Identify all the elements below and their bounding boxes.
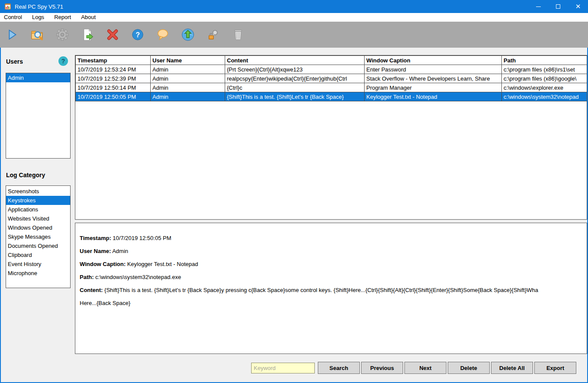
cell-path: c:\program files (x86)\google\ [502, 74, 588, 83]
cell-content: {Prt Screen}{Ctrl}{Alt}xqwe123 [225, 65, 365, 74]
menu-control[interactable]: Control [4, 13, 26, 22]
cell-user: Admin [151, 65, 225, 74]
export-report-button[interactable] [81, 28, 94, 42]
window-title: Real PC Spy V5.71 [15, 3, 528, 10]
online-update-button[interactable] [181, 28, 195, 42]
cell-user: Admin [151, 74, 225, 83]
menu-logs[interactable]: Logs [32, 13, 48, 22]
cell-timestamp: 10/7/2019 12:50:14 PM [76, 83, 151, 92]
detail-content: Content: {Shift}This is a test. {Shift}L… [80, 284, 582, 310]
cell-path: c:\program files (x86)\rs1\set [502, 65, 588, 74]
menu-bar: Control Logs Report About [0, 13, 588, 22]
category-clipboard[interactable]: Clipboard [6, 250, 70, 260]
category-keystrokes[interactable]: Keystrokes [6, 196, 70, 205]
detail-user-name: User Name: Admin [80, 245, 582, 258]
log-category-list[interactable]: Screenshots Keystrokes Applications Webs… [6, 185, 71, 288]
minimize-icon [536, 6, 541, 7]
play-icon [6, 28, 19, 41]
category-websites-visited[interactable]: Websites Visited [6, 214, 70, 223]
cell-caption: Enter Password [365, 65, 502, 74]
delete-button[interactable]: Delete [448, 362, 490, 374]
category-documents-opened[interactable]: Documents Opened [6, 241, 70, 250]
col-timestamp[interactable]: Timestamp [76, 56, 151, 65]
cell-content: realpcspy{Enter}wikipedia{Ctrl}{Enter}gi… [225, 74, 365, 83]
cell-caption: Keylogger Test.txt - Notepad [365, 92, 502, 101]
users-label: Users [6, 58, 23, 65]
cell-user: Admin [151, 83, 225, 92]
cell-timestamp: 10/7/2019 12:53:24 PM [76, 65, 151, 74]
title-bar: Real PC Spy V5.71 ✕ [0, 0, 588, 13]
previous-button[interactable]: Previous [361, 362, 403, 374]
log-row[interactable]: 10/7/2019 12:52:39 PM Admin realpcspy{En… [76, 74, 588, 83]
category-windows-opened[interactable]: Windows Opened [6, 223, 70, 232]
cell-content: {Shift}This is a test. {Shift}Let's tr {… [225, 92, 365, 101]
app-icon [4, 3, 11, 10]
run-button[interactable] [5, 28, 19, 42]
svg-text:?: ? [136, 31, 140, 39]
cell-user: Admin [151, 92, 225, 101]
view-logs-button[interactable] [30, 28, 44, 42]
cell-caption: Program Manager [365, 83, 502, 92]
col-window-caption[interactable]: Window Caption [365, 56, 502, 65]
detail-path: Path: c:\windows\system32\notepad.exe [80, 271, 582, 284]
cell-path: c:\windows\system32\notepad [502, 92, 588, 101]
delete-all-button[interactable]: Delete All [491, 362, 533, 374]
log-row[interactable]: 10/7/2019 12:50:14 PM Admin {Ctrl}c Prog… [76, 83, 588, 92]
next-button[interactable]: Next [404, 362, 446, 374]
category-screenshots[interactable]: Screenshots [6, 187, 70, 196]
detail-window-caption: Window Caption: Keylogger Test.txt - Not… [80, 258, 582, 271]
help-button[interactable]: ? [131, 28, 145, 42]
content-area: Users ? Admin Log Category Screenshots K… [1, 48, 587, 382]
cell-content: {Ctrl}c [225, 83, 365, 92]
settings-button[interactable] [55, 28, 69, 42]
col-path[interactable]: Path [502, 56, 588, 65]
cell-caption: Stack Overflow - Where Developers Learn,… [365, 74, 502, 83]
delete-log-button[interactable] [106, 28, 120, 42]
detail-timestamp: Timestamp: 10/7/2019 12:50:05 PM [80, 232, 582, 245]
document-export-icon [81, 28, 94, 41]
cell-timestamp: 10/7/2019 12:52:39 PM [76, 74, 151, 83]
log-header-row: Timestamp User Name Content Window Capti… [76, 56, 588, 65]
search-button[interactable]: Search [318, 362, 360, 374]
globe-upload-icon [181, 28, 195, 42]
log-detail-panel: Timestamp: 10/7/2019 12:50:05 PM User Na… [75, 223, 587, 354]
trash-icon [232, 29, 244, 41]
user-item-admin[interactable]: Admin [6, 73, 70, 82]
help-icon[interactable]: ? [58, 56, 68, 66]
category-microphone[interactable]: Microphone [6, 269, 70, 278]
speech-bubble-icon [156, 28, 169, 41]
toolbar: ? [0, 22, 588, 48]
category-applications[interactable]: Applications [6, 205, 70, 214]
register-button[interactable] [206, 28, 220, 42]
col-user-name[interactable]: User Name [151, 56, 225, 65]
log-table: Timestamp User Name Content Window Capti… [75, 55, 587, 220]
cell-path: c:\windows\explorer.exe [502, 83, 588, 92]
key-lock-icon [207, 28, 220, 41]
red-x-icon [106, 28, 119, 41]
menu-report[interactable]: Report [54, 13, 75, 22]
col-content[interactable]: Content [225, 56, 365, 65]
app-window: Real PC Spy V5.71 ✕ Control Logs Report … [0, 0, 588, 383]
close-button[interactable]: ✕ [568, 0, 588, 13]
question-icon: ? [131, 28, 144, 41]
feedback-button[interactable] [156, 28, 170, 42]
maximize-button[interactable] [548, 0, 568, 13]
category-skype-messages[interactable]: Skype Messages [6, 232, 70, 241]
keyword-input[interactable] [251, 363, 315, 373]
users-list[interactable]: Admin [6, 73, 71, 159]
log-category-label: Log Category [6, 172, 45, 179]
category-event-history[interactable]: Event History [6, 260, 70, 269]
log-row[interactable]: 10/7/2019 12:53:24 PM Admin {Prt Screen}… [76, 65, 588, 74]
maximize-icon [556, 4, 560, 9]
export-button[interactable]: Export [534, 362, 576, 374]
gear-icon [56, 28, 69, 41]
uninstall-button[interactable] [231, 28, 245, 42]
log-row-selected[interactable]: 10/7/2019 12:50:05 PM Admin {Shift}This … [76, 92, 588, 101]
folder-search-icon [30, 28, 44, 42]
menu-about[interactable]: About [81, 13, 100, 22]
close-icon: ✕ [575, 3, 581, 10]
minimize-button[interactable] [528, 0, 548, 13]
cell-timestamp: 10/7/2019 12:50:05 PM [76, 92, 151, 101]
